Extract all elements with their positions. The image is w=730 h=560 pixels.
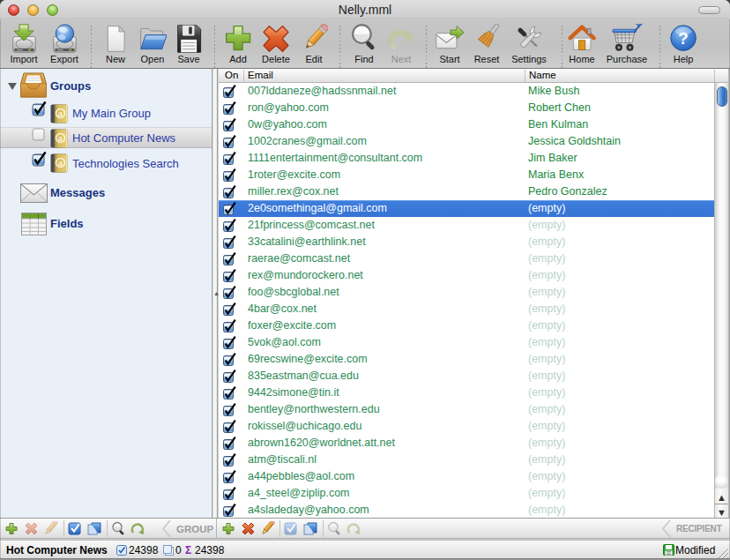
svg-text:?: ? [678,29,688,48]
svg-text:a: a [58,133,63,143]
svg-text:a: a [58,158,63,168]
svg-text:a: a [58,108,63,118]
